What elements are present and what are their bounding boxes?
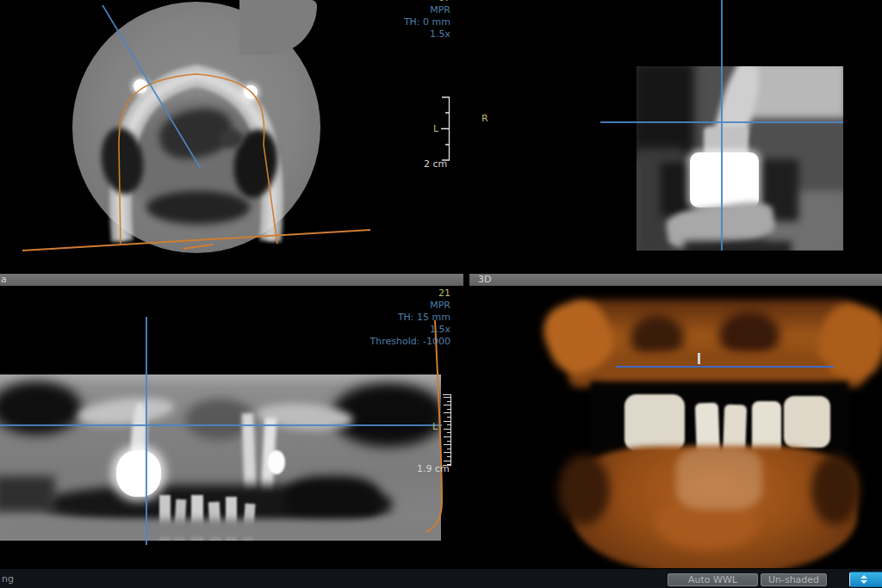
cbct-viewer: 07 MPR TH: 0 mm 1.5x L 2 cm R	[0, 0, 882, 588]
toolbar-clipped-text: ng	[2, 573, 14, 585]
axial-overlay-text: 07 MPR TH: 0 mm 1.5x	[404, 0, 450, 40]
mode-label: MPR	[404, 4, 450, 16]
unshaded-button[interactable]: Un-shaded	[761, 573, 827, 586]
3d-viewport[interactable]	[469, 286, 882, 568]
slice-number: 21	[370, 288, 450, 300]
panorama-panel-titlebar: a	[0, 274, 463, 286]
arrow-up-icon	[860, 575, 867, 579]
teeth-left-molars	[624, 394, 685, 451]
orientation-label: L	[433, 123, 438, 134]
teeth-right-molars	[784, 396, 830, 448]
scale-label: 2 cm	[424, 158, 447, 170]
implant-marker-left	[134, 79, 147, 93]
panorama-xray-image	[0, 374, 441, 541]
thickness-label: TH: 0 mm	[404, 16, 450, 28]
zoom-label: 1.5x	[404, 28, 450, 40]
zoom-label: 1.5x	[370, 324, 450, 336]
auto-wwl-button[interactable]: Auto WWL	[668, 573, 758, 586]
crosshair-vertical[interactable]	[721, 0, 723, 251]
crosshair-horizontal[interactable]	[0, 424, 442, 426]
fine-scale-ruler	[443, 394, 451, 466]
panorama-overlay-text: 21 MPR TH: 15 mm 1.5x Threshold: -1000	[370, 288, 450, 348]
threshold-label: Threshold: -1000	[370, 336, 450, 348]
thickness-label: TH: 15 mm	[370, 312, 450, 324]
crosshair-vertical[interactable]	[146, 317, 147, 545]
implant-crown	[690, 152, 759, 207]
panorama-viewport[interactable]: L 1.9 cm 21 MPR TH: 15 mm 1.5x Threshold…	[0, 286, 463, 568]
implant-bright-spot	[116, 450, 161, 497]
3d-panel-titlebar: 3D	[469, 274, 882, 286]
mode-label: MPR	[370, 300, 450, 312]
implant-marker-right	[244, 85, 258, 99]
3d-panel-title: 3D	[478, 274, 491, 286]
panoramic-level-line[interactable]	[616, 366, 834, 368]
orientation-label: L	[432, 421, 438, 432]
panorama-panel-title: a	[1, 274, 7, 286]
cross-section-viewport[interactable]: R	[469, 0, 882, 271]
cross-section-ct-image	[637, 66, 843, 251]
orientation-label: R	[481, 113, 488, 124]
3d-volume-render	[551, 300, 882, 568]
crosshair-horizontal[interactable]	[600, 121, 843, 123]
shading-stepper-button[interactable]	[849, 572, 882, 587]
scale-label: 1.9 cm	[417, 463, 450, 474]
axial-viewport[interactable]: 07 MPR TH: 0 mm 1.5x L 2 cm	[0, 0, 463, 271]
arrow-down-icon	[860, 580, 867, 584]
